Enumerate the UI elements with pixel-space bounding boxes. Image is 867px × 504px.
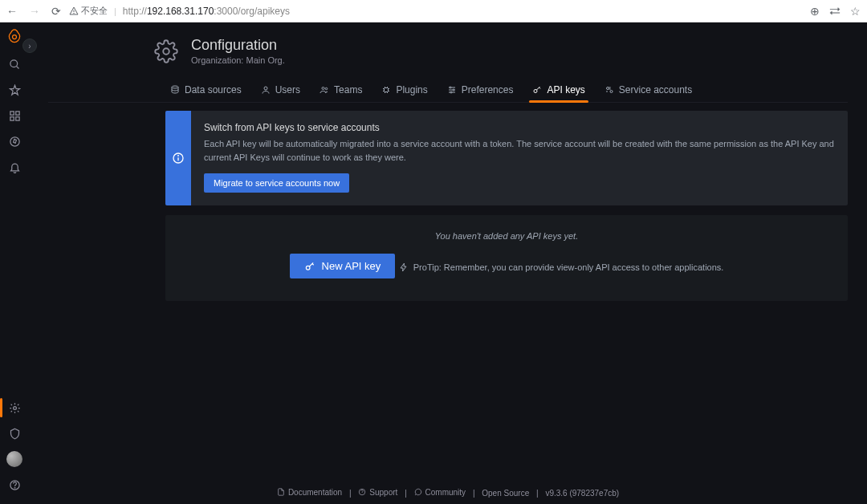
svg-point-25 — [534, 90, 537, 93]
sidebar-explore[interactable] — [0, 128, 29, 154]
svg-point-22 — [450, 87, 451, 88]
protip: ProTip: Remember, you can provide view-o… — [399, 262, 724, 272]
footer-docs[interactable]: Documentation — [277, 488, 342, 497]
tab-users[interactable]: Users — [259, 79, 302, 102]
svg-point-1 — [74, 13, 75, 14]
sidebar-configuration[interactable] — [0, 395, 29, 421]
svg-point-27 — [610, 91, 613, 93]
address-bar[interactable]: http://192.168.31.170:3000/org/apikeys — [123, 6, 290, 17]
svg-point-14 — [172, 86, 178, 88]
nav-back[interactable]: ← — [6, 5, 18, 18]
page-title: Configuration — [191, 37, 285, 54]
migration-banner: Switch from API keys to service accounts… — [165, 111, 848, 205]
footer: Documentation | Support | Community | Op… — [48, 480, 848, 505]
sidebar-dashboards[interactable] — [0, 103, 29, 128]
page-subtitle: Organization: Main Org. — [191, 55, 285, 65]
empty-message: You haven't added any API keys yet. — [178, 231, 835, 241]
sidebar: › — [0, 22, 29, 504]
svg-point-17 — [325, 87, 328, 90]
share-icon[interactable]: ⮂ — [829, 5, 841, 18]
page-header: Configuration Organization: Main Org. — [48, 37, 848, 65]
banner-desc: Each API key will be automatically migra… — [204, 137, 835, 164]
grafana-logo[interactable] — [5, 27, 24, 47]
svg-line-4 — [16, 66, 18, 68]
svg-point-16 — [322, 87, 324, 90]
avatar — [6, 451, 22, 467]
main: Configuration Organization: Main Org. Da… — [29, 22, 867, 504]
svg-point-26 — [606, 87, 609, 90]
svg-point-31 — [306, 266, 310, 270]
sidebar-alerting[interactable] — [0, 154, 29, 180]
gear-icon — [153, 38, 180, 65]
nav-forward[interactable]: → — [29, 5, 40, 18]
footer-version: v9.3.6 (978237e7cb) — [545, 489, 619, 498]
tab-plugins[interactable]: Plugins — [380, 79, 429, 102]
tabs: Data sources Users Teams Plugins Prefere… — [48, 79, 848, 103]
tab-data-sources[interactable]: Data sources — [169, 79, 243, 102]
svg-point-23 — [453, 89, 454, 91]
svg-point-9 — [10, 136, 18, 145]
svg-rect-7 — [10, 116, 13, 120]
new-api-key-button[interactable]: New API key — [290, 254, 396, 278]
footer-community[interactable]: Community — [414, 488, 466, 497]
sidebar-avatar[interactable] — [0, 446, 29, 472]
svg-point-2 — [13, 35, 17, 39]
tab-api-keys[interactable]: API keys — [531, 79, 586, 102]
banner-title: Switch from API keys to service accounts — [204, 122, 835, 133]
svg-point-10 — [13, 406, 16, 409]
svg-point-24 — [450, 91, 452, 93]
sidebar-admin[interactable] — [0, 421, 29, 446]
tab-preferences[interactable]: Preferences — [446, 79, 515, 102]
svg-point-30 — [178, 156, 179, 156]
svg-point-3 — [10, 59, 17, 67]
translate-icon[interactable]: ⊕ — [810, 5, 820, 18]
migrate-button[interactable]: Migrate to service accounts now — [204, 173, 349, 193]
svg-point-12 — [14, 487, 15, 488]
sidebar-search[interactable] — [0, 51, 29, 77]
info-icon — [165, 111, 191, 205]
svg-rect-18 — [385, 88, 389, 92]
insecure-badge: 不安全 — [69, 5, 108, 17]
bookmark-icon[interactable]: ☆ — [850, 5, 861, 18]
footer-support[interactable]: Support — [358, 488, 397, 497]
browser-chrome: ← → ⟳ 不安全 | http://192.168.31.170:3000/o… — [0, 0, 867, 22]
svg-point-13 — [163, 48, 169, 55]
sidebar-help[interactable] — [0, 472, 29, 498]
footer-opensource[interactable]: Open Source — [482, 489, 529, 498]
tab-teams[interactable]: Teams — [318, 79, 364, 102]
svg-point-15 — [264, 87, 267, 90]
svg-rect-8 — [15, 116, 18, 120]
sidebar-starred[interactable] — [0, 77, 29, 103]
svg-rect-5 — [10, 111, 13, 114]
svg-rect-6 — [15, 111, 18, 114]
tab-service-accounts[interactable]: Service accounts — [603, 79, 694, 102]
nav-reload[interactable]: ⟳ — [51, 5, 61, 18]
api-keys-panel: You haven't added any API keys yet. New … — [165, 215, 848, 301]
